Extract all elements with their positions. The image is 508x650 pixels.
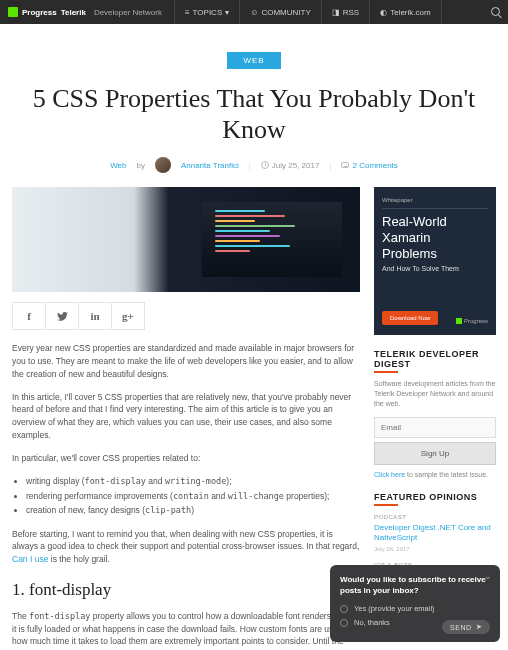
- featured-title: FEATURED OPINIONS: [374, 492, 496, 502]
- list-item: rendering performance improvements (cont…: [26, 489, 360, 503]
- search-button[interactable]: [481, 7, 500, 18]
- promo-title: Real-World Xamarin Problems: [382, 214, 488, 261]
- article-body: Every year new CSS properties are standa…: [12, 342, 360, 650]
- meta-by: by: [136, 161, 144, 170]
- para: Before starting, I want to remind you th…: [12, 528, 360, 566]
- meta-date: July 25, 2017: [261, 161, 320, 170]
- article-title: 5 CSS Properties That You Probably Don't…: [24, 83, 484, 145]
- para: Every year new CSS properties are standa…: [12, 342, 360, 380]
- rss-icon: ◨: [332, 8, 340, 17]
- send-icon: ➤: [476, 623, 483, 631]
- share-google[interactable]: g+: [111, 302, 145, 330]
- chevron-down-icon: ▾: [225, 8, 229, 17]
- accent-rule: [374, 504, 398, 506]
- progress-logo-icon: [8, 7, 18, 17]
- globe-icon: ◐: [380, 8, 387, 17]
- share-twitter[interactable]: [45, 302, 79, 330]
- popup-option-yes[interactable]: Yes (provide your email): [340, 604, 490, 613]
- subscribe-popup: ⌄ Would you like to subscribe to receive…: [330, 565, 500, 642]
- meta-date-text: July 25, 2017: [272, 161, 320, 170]
- person-icon: ☺: [250, 8, 258, 17]
- progress-logo-icon: [456, 318, 462, 324]
- popup-question: Would you like to subscribe to receive p…: [340, 575, 490, 596]
- radio-icon: [340, 605, 348, 613]
- para: In this article, I'll cover 5 CSS proper…: [12, 391, 360, 442]
- digest-widget: TELERIK DEVELOPER DIGEST Software develo…: [374, 349, 496, 477]
- brand-sub: Telerik: [61, 8, 86, 17]
- promo-card[interactable]: Whitepaper Real-World Xamarin Problems A…: [374, 187, 496, 335]
- accent-rule: [374, 371, 398, 373]
- clock-icon: [261, 161, 269, 169]
- nav-topics[interactable]: ≡TOPICS▾: [174, 0, 239, 24]
- twitter-icon: [57, 312, 68, 321]
- nav-rss[interactable]: ◨RSS: [321, 0, 369, 24]
- hero-image: [12, 187, 360, 292]
- search-icon: [491, 7, 500, 16]
- meta-sep: |: [249, 161, 251, 170]
- nav-community[interactable]: ☺COMMUNITY: [239, 0, 321, 24]
- brand-main: Progress: [22, 8, 57, 17]
- main-column: f in g+ Every year new CSS properties ar…: [12, 187, 360, 650]
- share-facebook[interactable]: f: [12, 302, 46, 330]
- article-meta: Web by Annarita Tranfici | July 25, 2017…: [0, 157, 508, 173]
- share-linkedin[interactable]: in: [78, 302, 112, 330]
- signup-button[interactable]: Sign Up: [374, 442, 496, 465]
- nav-telerik[interactable]: ◐Telerik.com: [369, 0, 441, 24]
- nav-rss-label: RSS: [343, 8, 359, 17]
- digest-desc: Software development articles from the T…: [374, 379, 496, 408]
- meta-comments[interactable]: 2 Comments: [341, 161, 397, 170]
- send-button[interactable]: SEND➤: [442, 620, 490, 634]
- meta-category[interactable]: Web: [110, 161, 126, 170]
- featured-tag: PODCAST: [374, 514, 496, 520]
- category-badge[interactable]: WEB: [227, 52, 281, 69]
- promo-tag: Whitepaper: [382, 197, 488, 203]
- para: In particular, we'll cover CSS propertie…: [12, 452, 360, 465]
- section-heading: 1. font-display: [12, 580, 360, 600]
- promo-subtitle: And How To Solve Them: [382, 265, 488, 272]
- brand[interactable]: Progress Telerik Developer Network: [8, 7, 162, 17]
- nav-community-label: COMMUNITY: [261, 8, 310, 17]
- featured-widget: FEATURED OPINIONS PODCAST Developer Dige…: [374, 492, 496, 568]
- promo-brand: Progress: [456, 318, 488, 324]
- list-item: writing display (font-display and writin…: [26, 474, 360, 488]
- caniuse-link[interactable]: Can I use: [12, 554, 48, 564]
- brand-network: Developer Network: [94, 8, 162, 17]
- list-icon: ≡: [185, 8, 190, 17]
- meta-comments-link[interactable]: 2 Comments: [352, 161, 397, 170]
- digest-sample: Click here to sample the latest issue.: [374, 471, 496, 478]
- radio-icon: [340, 619, 348, 627]
- digest-title: TELERIK DEVELOPER DIGEST: [374, 349, 496, 369]
- author-avatar[interactable]: [155, 157, 171, 173]
- email-input[interactable]: [374, 417, 496, 438]
- download-button[interactable]: Download Now: [382, 311, 438, 325]
- para: The font-display property allows you to …: [12, 610, 360, 650]
- comment-icon: [341, 162, 349, 168]
- featured-date: July 26, 2017: [374, 546, 496, 552]
- meta-author[interactable]: Annarita Tranfici: [181, 161, 239, 170]
- bullet-list: writing display (font-display and writin…: [26, 474, 360, 517]
- topbar-nav: ≡TOPICS▾ ☺COMMUNITY ◨RSS ◐Telerik.com: [174, 0, 442, 24]
- list-item: creation of new, fancy designs (clip-pat…: [26, 503, 360, 517]
- meta-sep: |: [329, 161, 331, 170]
- topbar: Progress Telerik Developer Network ≡TOPI…: [0, 0, 508, 24]
- nav-topics-label: TOPICS: [193, 8, 223, 17]
- featured-link[interactable]: Developer Digest .NET Core and NativeScr…: [374, 523, 496, 544]
- social-share: f in g+: [12, 302, 360, 330]
- sample-link[interactable]: Click here: [374, 471, 405, 478]
- close-icon[interactable]: ⌄: [484, 571, 492, 581]
- nav-telerik-label: Telerik.com: [390, 8, 430, 17]
